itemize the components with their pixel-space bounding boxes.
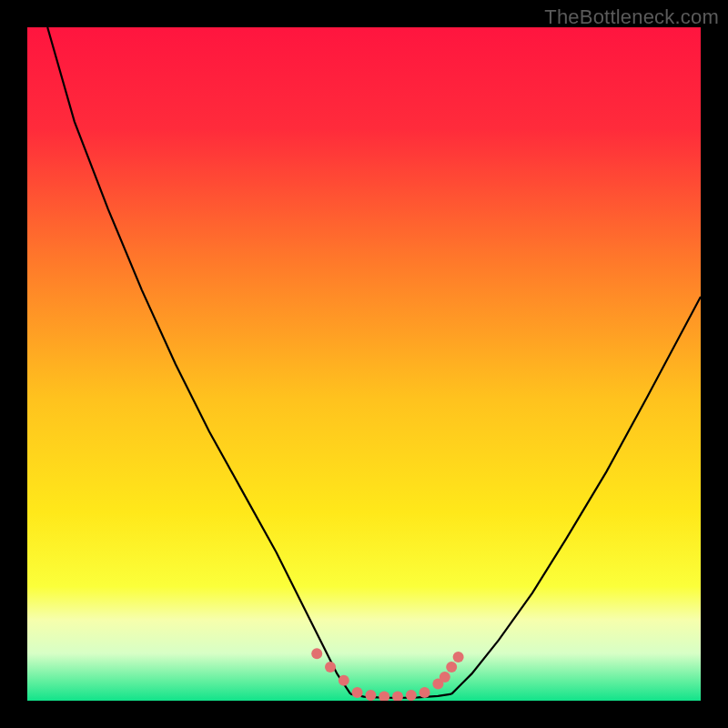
marker-dot — [365, 690, 376, 701]
marker-dot — [392, 692, 403, 701]
marker-dot — [379, 692, 389, 701]
chart-frame: TheBottleneck.com — [0, 0, 728, 728]
chart-curves — [27, 27, 701, 701]
marker-dot — [406, 690, 417, 701]
valley-dots — [311, 648, 463, 701]
marker-dot — [446, 662, 457, 672]
marker-dot — [352, 687, 363, 698]
watermark-label: TheBottleneck.com — [544, 5, 719, 29]
marker-dot — [311, 648, 322, 659]
marker-dot — [420, 687, 430, 698]
left-curve — [47, 27, 350, 694]
marker-dot — [440, 672, 450, 682]
marker-dot — [325, 662, 336, 672]
marker-dot — [453, 652, 464, 662]
plot-area — [27, 27, 701, 701]
marker-dot — [339, 675, 349, 686]
right-curve — [451, 297, 701, 694]
